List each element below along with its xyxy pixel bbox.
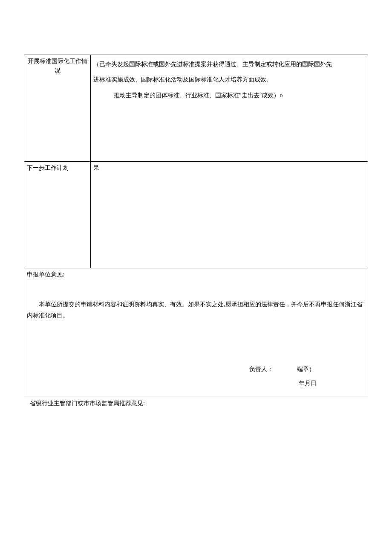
next-plan-content-cell: 呆 xyxy=(91,162,368,268)
table-row: 开展标准国际化工作情 况 （已牵头发起国际标准或国外先进标准提案并获得通过、主导… xyxy=(24,55,368,162)
seal-label: 端章） xyxy=(297,366,315,372)
intl-work-label-cell: 开展标准国际化工作情 况 xyxy=(24,55,91,162)
form-table: 开展标准国际化工作情 况 （已牵头发起国际标准或国外先进标准提案并获得通过、主导… xyxy=(24,55,368,396)
next-plan-label-cell: 下一步工作计划 xyxy=(24,162,91,268)
intl-work-content-line2: 进标准实施成效、国际标准化活动及国际标准化人才培养方面成效、 xyxy=(93,72,365,87)
intl-work-content-cell: （已牵头发起国际标准或国外先进标准提案并获得通过、主导制定或转化应用的国际国外先… xyxy=(91,55,368,162)
table-row: 下一步工作计划 呆 xyxy=(24,162,368,268)
intl-work-label-line1: 开展标准国际化工作情 xyxy=(27,57,88,66)
date-line: 年月日 xyxy=(249,376,317,391)
intl-work-content-line3: 推动主导制定的团体标准、行业标准、国家标准"走出去"成效）o xyxy=(93,88,282,103)
declaration-text: 本单位所提交的申请材料内容和证明资料均真实、有效。如果不实之处,愿承担相应的法律… xyxy=(27,299,365,320)
intl-work-label-line2: 况 xyxy=(27,66,88,76)
opinion-title: 申报单位意见: xyxy=(27,270,365,279)
responsible-label: 负责人： xyxy=(249,366,273,372)
date-label: 年月日 xyxy=(299,380,317,386)
signature-line: 负责人： 端章） xyxy=(249,362,317,377)
intl-work-content-line1: （已牵头发起国际标准或国外先进标准提案并获得通过、主导制定或转化应用的国际国外先 xyxy=(93,57,365,72)
opinion-cell: 申报单位意见: 本单位所提交的申请材料内容和证明资料均真实、有效。如果不实之处,… xyxy=(24,268,368,396)
next-plan-label: 下一步工作计划 xyxy=(27,165,69,171)
next-plan-content: 呆 xyxy=(93,165,99,171)
table-row: 申报单位意见: 本单位所提交的申请材料内容和证明资料均真实、有效。如果不实之处,… xyxy=(24,268,368,396)
below-table-text: 省级行业主管部门或市市场监管局推荐意见: xyxy=(24,396,368,411)
signature-area: 负责人： 端章） 年月日 xyxy=(249,362,317,391)
page-container: 开展标准国际化工作情 况 （已牵头发起国际标准或国外先进标准提案并获得通过、主导… xyxy=(0,0,392,435)
